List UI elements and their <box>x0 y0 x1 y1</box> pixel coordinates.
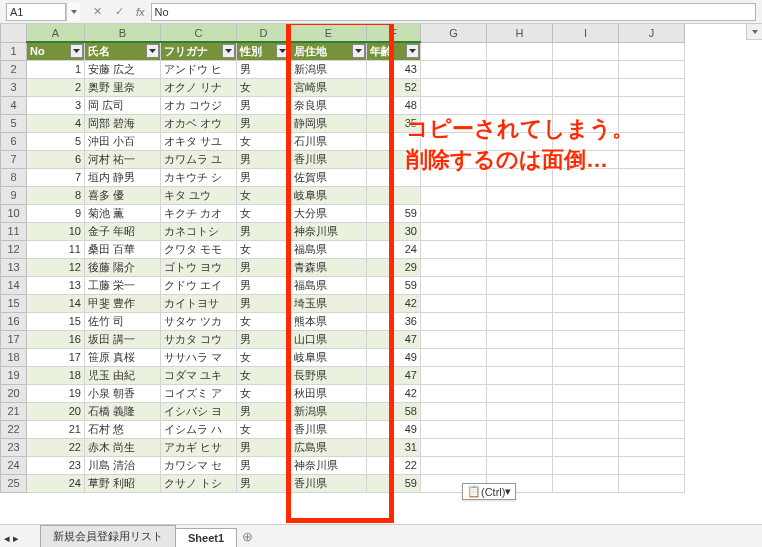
row-header[interactable]: 10 <box>1 204 27 222</box>
cell[interactable]: 小泉 朝香 <box>85 384 161 402</box>
cell[interactable]: 奥野 里奈 <box>85 78 161 96</box>
cell[interactable]: 埼玉県 <box>291 294 367 312</box>
cell[interactable] <box>487 384 553 402</box>
cell[interactable] <box>619 384 685 402</box>
cell[interactable]: 喜多 優 <box>85 186 161 204</box>
row-header[interactable]: 18 <box>1 348 27 366</box>
row-header[interactable]: 15 <box>1 294 27 312</box>
col-header-I[interactable]: I <box>553 24 619 42</box>
enter-button[interactable]: ✓ <box>110 3 128 21</box>
cell[interactable] <box>487 366 553 384</box>
cell[interactable]: 49 <box>367 420 421 438</box>
cell[interactable]: オカベ オウ <box>161 114 237 132</box>
header-cell[interactable]: 年齢 <box>367 42 421 60</box>
cell[interactable] <box>487 294 553 312</box>
cell[interactable] <box>487 96 553 114</box>
cell[interactable] <box>487 60 553 78</box>
cell[interactable]: 11 <box>27 240 85 258</box>
cell[interactable]: 47 <box>367 330 421 348</box>
cell[interactable]: 59 <box>367 204 421 222</box>
row-header[interactable]: 7 <box>1 150 27 168</box>
cell[interactable]: 広島県 <box>291 438 367 456</box>
cell[interactable]: コイズミ ア <box>161 384 237 402</box>
row-header[interactable]: 24 <box>1 456 27 474</box>
cell[interactable]: 女 <box>237 132 291 150</box>
cell[interactable]: 17 <box>27 348 85 366</box>
cell[interactable] <box>619 276 685 294</box>
cell[interactable]: 24 <box>27 474 85 492</box>
cell[interactable] <box>421 348 487 366</box>
cell[interactable]: 10 <box>27 222 85 240</box>
cell[interactable] <box>487 240 553 258</box>
cell[interactable]: 男 <box>237 60 291 78</box>
cell[interactable] <box>619 240 685 258</box>
cell[interactable]: 22 <box>27 438 85 456</box>
cell[interactable]: オキタ サユ <box>161 132 237 150</box>
cell[interactable]: 女 <box>237 240 291 258</box>
cell[interactable]: 男 <box>237 330 291 348</box>
cell[interactable] <box>619 312 685 330</box>
row-header[interactable]: 9 <box>1 186 27 204</box>
cell[interactable] <box>421 330 487 348</box>
cell[interactable]: カワシマ セ <box>161 456 237 474</box>
cell[interactable] <box>421 366 487 384</box>
filter-button[interactable] <box>276 44 289 58</box>
sheet-tab-1[interactable]: 新規会員登録用リスト <box>40 525 176 547</box>
col-header-B[interactable]: B <box>85 24 161 42</box>
cell[interactable]: 5 <box>27 132 85 150</box>
cell[interactable]: 山口県 <box>291 330 367 348</box>
row-header[interactable]: 11 <box>1 222 27 240</box>
cell[interactable] <box>421 186 487 204</box>
cell[interactable]: 15 <box>27 312 85 330</box>
cell[interactable] <box>421 96 487 114</box>
worksheet-grid[interactable]: ABCDEFGHIJ 1No氏名フリガナ性別居住地年齢21安藤 広之アンドウ ヒ… <box>0 24 762 524</box>
cell[interactable]: 女 <box>237 366 291 384</box>
cell[interactable]: 男 <box>237 258 291 276</box>
cell[interactable]: オカ コウジ <box>161 96 237 114</box>
cell[interactable]: 石村 悠 <box>85 420 161 438</box>
row-header[interactable]: 1 <box>1 42 27 60</box>
row-header[interactable]: 19 <box>1 366 27 384</box>
header-cell[interactable]: 居住地 <box>291 42 367 60</box>
cell[interactable]: 岐阜県 <box>291 348 367 366</box>
cell[interactable]: 59 <box>367 474 421 492</box>
cell[interactable] <box>553 330 619 348</box>
col-header-F[interactable]: F <box>367 24 421 42</box>
cell[interactable] <box>619 186 685 204</box>
col-header-D[interactable]: D <box>237 24 291 42</box>
cell[interactable] <box>421 456 487 474</box>
row-header[interactable]: 20 <box>1 384 27 402</box>
row-header[interactable]: 22 <box>1 420 27 438</box>
filter-button[interactable] <box>352 44 365 58</box>
cell[interactable]: カイトヨサ <box>161 294 237 312</box>
cell[interactable] <box>619 78 685 96</box>
row-header[interactable]: 4 <box>1 96 27 114</box>
cell[interactable]: 男 <box>237 114 291 132</box>
cell[interactable] <box>553 42 619 60</box>
cell[interactable]: 42 <box>367 294 421 312</box>
paste-options-button[interactable]: 📋 (Ctrl) ▾ <box>462 483 516 500</box>
cell[interactable] <box>487 258 553 276</box>
cell[interactable] <box>553 420 619 438</box>
cell[interactable]: 男 <box>237 474 291 492</box>
header-cell[interactable]: 氏名 <box>85 42 161 60</box>
cell[interactable]: キタ ユウ <box>161 186 237 204</box>
cell[interactable]: 4 <box>27 114 85 132</box>
cell[interactable]: 佐竹 司 <box>85 312 161 330</box>
cell[interactable] <box>619 402 685 420</box>
cell[interactable]: 長野県 <box>291 366 367 384</box>
cell[interactable]: 19 <box>27 384 85 402</box>
cell[interactable]: 24 <box>367 240 421 258</box>
cell[interactable] <box>553 186 619 204</box>
cell[interactable] <box>619 438 685 456</box>
cell[interactable]: 甲斐 豊作 <box>85 294 161 312</box>
cell[interactable]: 16 <box>27 330 85 348</box>
cell[interactable]: 47 <box>367 366 421 384</box>
cell[interactable]: 佐賀県 <box>291 168 367 186</box>
cell[interactable]: オクノ リナ <box>161 78 237 96</box>
cell[interactable]: 河村 祐一 <box>85 150 161 168</box>
cell[interactable]: 女 <box>237 186 291 204</box>
cell[interactable]: 香川県 <box>291 474 367 492</box>
header-cell[interactable]: No <box>27 42 85 60</box>
cell[interactable] <box>487 420 553 438</box>
